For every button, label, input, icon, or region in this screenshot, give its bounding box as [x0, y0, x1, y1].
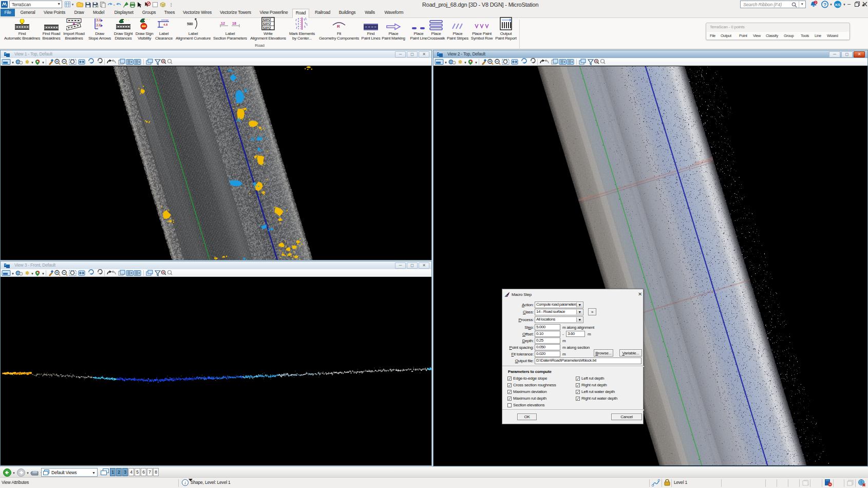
svg-text:▼: ▼ — [444, 61, 447, 64]
svg-text:▼: ▼ — [464, 61, 467, 64]
svg-text:⋮: ⋮ — [169, 3, 173, 7]
svg-text:5XYZ: 5XYZ — [263, 27, 271, 30]
svg-text:R: R — [337, 24, 340, 29]
svg-text:2.6: 2.6 — [97, 24, 101, 27]
svg-text:▼: ▼ — [31, 61, 34, 64]
svg-text:KS: KS — [835, 3, 840, 7]
svg-text:580: 580 — [187, 22, 193, 26]
svg-text:▼: ▼ — [11, 272, 14, 275]
svg-text:12: 12 — [221, 22, 225, 25]
svg-text:▼: ▼ — [31, 272, 34, 275]
svg-text:▼: ▼ — [42, 272, 45, 275]
svg-text:▼: ▼ — [829, 3, 833, 6]
svg-text:▼: ▼ — [475, 61, 478, 64]
svg-text:▼: ▼ — [42, 61, 45, 64]
svg-text:▼: ▼ — [843, 3, 846, 6]
svg-text:2: 2 — [815, 1, 817, 5]
svg-text:▼: ▼ — [12, 472, 15, 475]
svg-text:▼: ▼ — [71, 3, 74, 6]
svg-text:3.0: 3.0 — [97, 18, 101, 22]
svg-text:▼: ▼ — [26, 472, 29, 475]
svg-text:18: 18 — [232, 22, 236, 25]
svg-text:▼: ▼ — [11, 61, 14, 64]
svg-text:?: ? — [823, 2, 826, 7]
svg-text:4.8: 4.8 — [163, 23, 168, 26]
